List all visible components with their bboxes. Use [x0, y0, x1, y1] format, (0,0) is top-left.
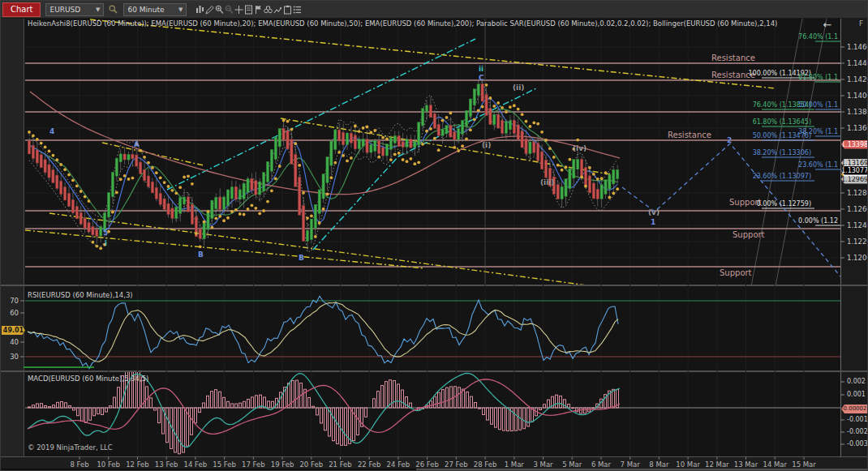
candles: [28, 79, 618, 249]
grid: [25, 19, 840, 456]
price-marker: 1.13398: [841, 140, 868, 149]
macd-panel: [25, 361, 840, 454]
scroll-left-arrow-icon[interactable]: ←: [819, 19, 836, 32]
rsi-value-marker: 49.01: [2, 326, 25, 335]
price-marker: 1.13077: [841, 166, 868, 175]
macd-value-marker: -0.0000211: [841, 405, 868, 413]
rsi-panel: [25, 296, 840, 368]
ninjatrader-chart-window: Chart EURUSD ▼ 60 Minute ▼ HeikenAshi8(E…: [0, 0, 868, 471]
chart-canvas[interactable]: [1, 1, 868, 471]
main-panel: [25, 19, 840, 286]
